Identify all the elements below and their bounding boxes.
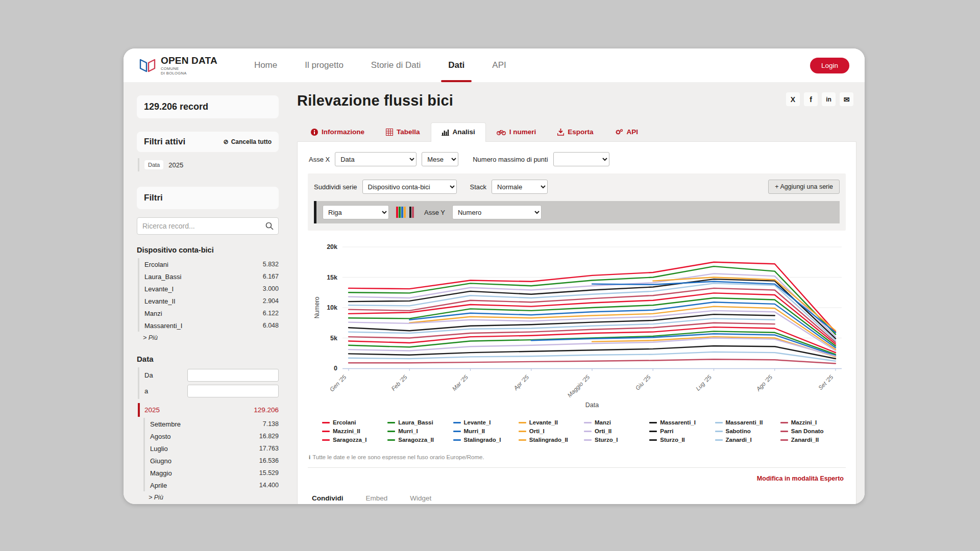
legend-item-manzi[interactable]: Manzi bbox=[584, 419, 644, 425]
legend-item-sabotino[interactable]: Sabotino bbox=[715, 428, 775, 434]
legend-item-orti_i[interactable]: Orti_I bbox=[519, 428, 579, 434]
legend-item-mazzini_ii[interactable]: Mazzini_II bbox=[322, 428, 382, 434]
month-facet-row[interactable]: Giugno16.536 bbox=[150, 455, 279, 467]
legend-item-levante_ii[interactable]: Levante_II bbox=[519, 419, 579, 425]
series-line-zanardi_ii[interactable] bbox=[349, 359, 836, 363]
facet-count: 6.048 bbox=[263, 322, 279, 329]
tab-informazione[interactable]: Informazione bbox=[300, 122, 375, 141]
legend-label: Stalingrado_II bbox=[529, 437, 568, 443]
date-to-input[interactable] bbox=[187, 385, 279, 397]
month-facet-row[interactable]: Luglio17.763 bbox=[150, 442, 279, 455]
nav-item-storie-di-dati[interactable]: Storie di Dati bbox=[371, 48, 421, 82]
legend-item-murri_ii[interactable]: Murri_II bbox=[453, 428, 513, 434]
legend-item-zanardi_ii[interactable]: Zanardi_II bbox=[780, 437, 841, 443]
device-facet-row[interactable]: Ercolani5.832 bbox=[144, 258, 279, 270]
svg-text:Giu '25: Giu '25 bbox=[634, 374, 652, 391]
series-line-sturzo_i[interactable] bbox=[349, 338, 836, 357]
line-chart[interactable]: 05k10k15k20kNumeroGen '25Feb '25Mar '25A… bbox=[308, 231, 846, 414]
series-color-swatch[interactable] bbox=[396, 207, 414, 218]
axis-y-select[interactable]: Numero bbox=[452, 205, 542, 219]
month-facet-row[interactable]: Aprile14.400 bbox=[150, 479, 279, 491]
legend-item-mazzini_i[interactable]: Mazzini_I bbox=[780, 419, 841, 425]
legend-item-stalingrado_ii[interactable]: Stalingrado_II bbox=[519, 437, 579, 443]
series-line-stalingrado_i[interactable] bbox=[531, 334, 836, 356]
legend-item-zanardi_i[interactable]: Zanardi_I bbox=[715, 437, 775, 443]
legend-item-stalingrado_i[interactable]: Stalingrado_I bbox=[453, 437, 513, 443]
device-facet-row[interactable]: Massarenti_I6.048 bbox=[144, 319, 279, 332]
legend-item-massarenti_i[interactable]: Massarenti_I bbox=[649, 419, 709, 425]
month-more-link[interactable]: > Più bbox=[142, 491, 279, 501]
expert-mode-link[interactable]: Modifica in modalità Esperto bbox=[757, 475, 844, 482]
legend-color-dash bbox=[387, 422, 395, 423]
nav-item-home[interactable]: Home bbox=[254, 48, 277, 82]
logo-title: OPEN DATA bbox=[161, 56, 217, 65]
legend-item-murri_i[interactable]: Murri_I bbox=[387, 428, 448, 434]
series-type-select[interactable]: Riga bbox=[323, 205, 389, 219]
legend-item-saragozza_i[interactable]: Saragozza_I bbox=[322, 437, 382, 443]
tab-api[interactable]: API bbox=[604, 122, 649, 141]
granularity-select[interactable]: Mese bbox=[422, 152, 458, 166]
share-tab-condividi[interactable]: Condividi bbox=[312, 494, 344, 504]
tab-analisi[interactable]: Analisi bbox=[431, 122, 486, 142]
max-points-select[interactable] bbox=[553, 152, 609, 166]
device-facet-row[interactable]: Levante_II2.904 bbox=[144, 295, 279, 307]
svg-text:10k: 10k bbox=[327, 304, 337, 311]
axis-x-select[interactable]: Data bbox=[335, 152, 416, 166]
legend-color-dash bbox=[453, 422, 461, 423]
series-line-stalingrado_ii[interactable] bbox=[592, 337, 836, 357]
legend-item-san-donato[interactable]: San Donato bbox=[780, 428, 841, 434]
date-from-input[interactable] bbox=[187, 369, 279, 382]
legend-item-sturzo_ii[interactable]: Sturzo_II bbox=[649, 437, 709, 443]
legend-item-parri[interactable]: Parri bbox=[649, 428, 709, 434]
legend-item-massarenti_ii[interactable]: Massarenti_II bbox=[715, 419, 775, 425]
legend-color-dash bbox=[322, 439, 330, 441]
tab-i-numeri[interactable]: I numeri bbox=[486, 122, 547, 141]
social-share-buttons: Xfin✉ bbox=[786, 92, 856, 106]
legend-item-laura_bassi[interactable]: Laura_Bassi bbox=[387, 419, 448, 425]
facebook-icon[interactable]: f bbox=[804, 92, 818, 106]
series-line-saragozza_i[interactable] bbox=[349, 327, 836, 353]
share-tab-widget[interactable]: Widget bbox=[410, 494, 431, 504]
svg-text:Set '25: Set '25 bbox=[817, 374, 835, 391]
year-filter-row[interactable]: 2025 129.206 bbox=[138, 403, 279, 417]
device-more-link[interactable]: > Più bbox=[137, 332, 279, 341]
tab-esporta[interactable]: Esporta bbox=[547, 122, 604, 141]
nav-item-api[interactable]: API bbox=[492, 48, 506, 82]
device-facet-row[interactable]: Levante_I3.000 bbox=[144, 283, 279, 295]
svg-text:Apr '25: Apr '25 bbox=[512, 374, 530, 392]
device-facet-row[interactable]: Laura_Bassi6.167 bbox=[144, 270, 279, 283]
bar-chart-icon bbox=[442, 129, 449, 136]
active-filter-chip[interactable]: Data 2025 bbox=[138, 158, 279, 171]
month-facet-row[interactable]: Maggio15.529 bbox=[150, 467, 279, 479]
legend-color-dash bbox=[649, 439, 657, 441]
legend-item-sturzo_i[interactable]: Sturzo_I bbox=[584, 437, 644, 443]
legend-item-orti_ii[interactable]: Orti_II bbox=[584, 428, 644, 434]
nav-item-dati[interactable]: Dati bbox=[448, 48, 464, 82]
tab-tabella[interactable]: Tabella bbox=[375, 122, 431, 141]
facet-name: Levante_II bbox=[144, 297, 176, 305]
login-button[interactable]: Login bbox=[810, 58, 849, 73]
date-to-label: a bbox=[144, 387, 183, 395]
nav-item-il-progetto[interactable]: Il progetto bbox=[305, 48, 344, 82]
open-data-logo[interactable]: OPEN DATA COMUNE DI BOLOGNA bbox=[139, 56, 217, 76]
legend-label: Massarenti_I bbox=[660, 419, 696, 425]
svg-text:15k: 15k bbox=[327, 274, 337, 281]
legend-item-levante_i[interactable]: Levante_I bbox=[453, 419, 513, 425]
legend-label: Laura_Bassi bbox=[398, 419, 433, 425]
clear-all-filters-button[interactable]: ⊘ Cancella tutto bbox=[224, 138, 272, 145]
stack-select[interactable]: Normale bbox=[492, 180, 548, 194]
device-facet-row[interactable]: Manzi6.122 bbox=[144, 307, 279, 319]
envelope-icon[interactable]: ✉ bbox=[840, 92, 853, 106]
legend-item-ercolani[interactable]: Ercolani bbox=[322, 419, 382, 425]
linkedin-icon[interactable]: in bbox=[822, 92, 836, 106]
month-facet-row[interactable]: Settembre7.138 bbox=[150, 418, 279, 430]
month-facet-row[interactable]: Agosto16.829 bbox=[150, 430, 279, 442]
add-series-button[interactable]: + Aggiungi una serie bbox=[768, 180, 840, 194]
split-series-select[interactable]: Dispositivo conta-bici bbox=[362, 180, 457, 194]
legend-item-saragozza_ii[interactable]: Saragozza_II bbox=[387, 437, 448, 443]
legend-color-dash bbox=[387, 431, 395, 432]
share-tab-embed[interactable]: Embed bbox=[366, 494, 388, 504]
search-input[interactable] bbox=[137, 217, 279, 235]
open-book-icon bbox=[139, 58, 156, 73]
x-logo-icon[interactable]: X bbox=[786, 92, 800, 106]
